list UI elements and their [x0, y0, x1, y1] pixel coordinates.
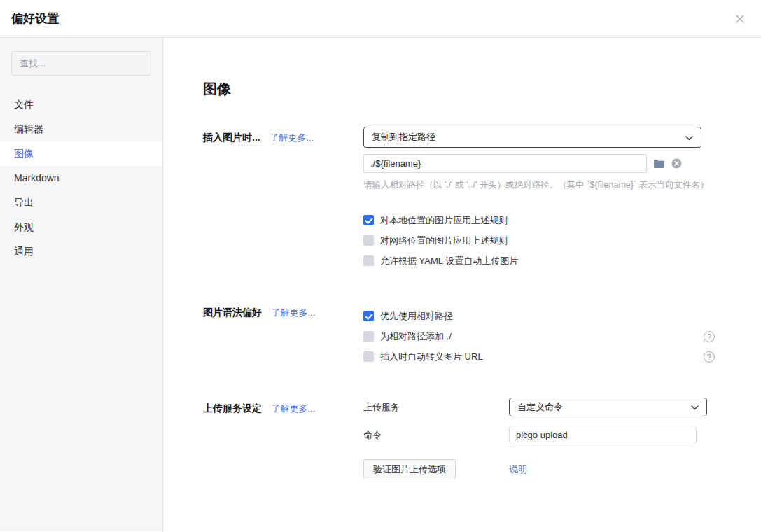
- upload-learn-more-link[interactable]: 了解更多...: [271, 403, 315, 414]
- syntax-learn-more-link[interactable]: 了解更多...: [271, 307, 315, 318]
- checkbox-row: 优先使用相对路径: [363, 306, 715, 326]
- apply-local-images-checkbox[interactable]: [363, 215, 374, 225]
- add-dot-slash-checkbox[interactable]: [363, 331, 374, 342]
- sidebar-item-editor[interactable]: 编辑器: [0, 117, 162, 141]
- search-input[interactable]: [11, 51, 151, 76]
- image-syntax-section: 图片语法偏好 了解更多... 优先使用相对路径 为相对路径添加 ./ ?: [203, 302, 740, 367]
- path-hint-text: 请输入相对路径（以 './' 或 '../' 开头）或绝对路径。（其中 `${f…: [363, 179, 715, 191]
- sidebar-item-general[interactable]: 通用: [0, 239, 162, 264]
- target-path-input[interactable]: [363, 154, 647, 173]
- upload-service-label: 上传服务设定: [203, 402, 262, 414]
- sidebar-item-appearance[interactable]: 外观: [0, 215, 162, 239]
- folder-icon[interactable]: [653, 159, 665, 169]
- close-icon[interactable]: [734, 13, 746, 24]
- image-syntax-label: 图片语法偏好: [203, 307, 262, 318]
- sidebar-item-markdown[interactable]: Markdown: [0, 166, 162, 190]
- sidebar-item-file[interactable]: 文件: [0, 92, 162, 117]
- checkbox-label: 为相对路径添加 ./: [380, 330, 452, 343]
- escape-image-url-checkbox[interactable]: [363, 351, 374, 362]
- checkbox-label: 允许根据 YAML 设置自动上传图片: [380, 255, 518, 267]
- checkbox-label: 优先使用相对路径: [380, 310, 453, 323]
- sidebar-nav: 文件 编辑器 图像 Markdown 导出 外观 通用: [0, 92, 162, 264]
- insert-image-label: 插入图片时...: [203, 132, 260, 143]
- checkbox-label: 对网络位置的图片应用上述规则: [380, 234, 508, 247]
- chevron-down-icon: [691, 402, 699, 412]
- main-panel: 图像 插入图片时... 了解更多... 复制到指定路径: [163, 38, 761, 531]
- sidebar: 文件 编辑器 图像 Markdown 导出 外观 通用: [0, 38, 163, 531]
- yaml-auto-upload-checkbox[interactable]: [363, 255, 374, 266]
- upload-help-link[interactable]: 说明: [509, 463, 527, 476]
- insert-action-select[interactable]: 复制到指定路径: [363, 127, 701, 148]
- page-title: 偏好设置: [11, 10, 59, 27]
- insert-learn-more-link[interactable]: 了解更多...: [270, 132, 314, 143]
- upload-service-section: 上传服务设定 了解更多... 上传服务 自定义命令 命令: [203, 398, 740, 479]
- uploader-value: 自定义命令: [517, 401, 563, 414]
- checkbox-row: 允许根据 YAML 设置自动上传图片: [363, 251, 715, 271]
- insert-action-value: 复制到指定路径: [372, 131, 435, 144]
- chevron-down-icon: [685, 132, 693, 143]
- validate-upload-button[interactable]: 验证图片上传选项: [363, 459, 456, 479]
- clear-path-icon[interactable]: [671, 158, 682, 169]
- help-icon[interactable]: ?: [704, 331, 715, 342]
- checkbox-label: 插入时自动转义图片 URL: [380, 351, 483, 363]
- checkbox-label: 对本地位置的图片应用上述规则: [380, 214, 508, 227]
- command-input[interactable]: [509, 426, 697, 444]
- uploader-label: 上传服务: [363, 401, 509, 414]
- checkbox-row: 对网络位置的图片应用上述规则: [363, 230, 715, 251]
- help-icon[interactable]: ?: [704, 351, 715, 363]
- prefer-relative-path-checkbox[interactable]: [363, 311, 374, 321]
- uploader-select[interactable]: 自定义命令: [509, 398, 707, 416]
- checkbox-row: 为相对路径添加 ./ ?: [363, 326, 715, 346]
- sidebar-item-export[interactable]: 导出: [0, 190, 162, 215]
- insert-image-section: 插入图片时... 了解更多... 复制到指定路径: [203, 127, 740, 271]
- command-label: 命令: [363, 429, 509, 442]
- sidebar-item-image[interactable]: 图像: [0, 141, 162, 166]
- preferences-header: 偏好设置: [0, 0, 761, 38]
- checkbox-row: 对本地位置的图片应用上述规则: [363, 210, 715, 230]
- checkbox-row: 插入时自动转义图片 URL ?: [363, 346, 715, 367]
- apply-web-images-checkbox[interactable]: [363, 235, 374, 246]
- section-heading: 图像: [203, 80, 740, 99]
